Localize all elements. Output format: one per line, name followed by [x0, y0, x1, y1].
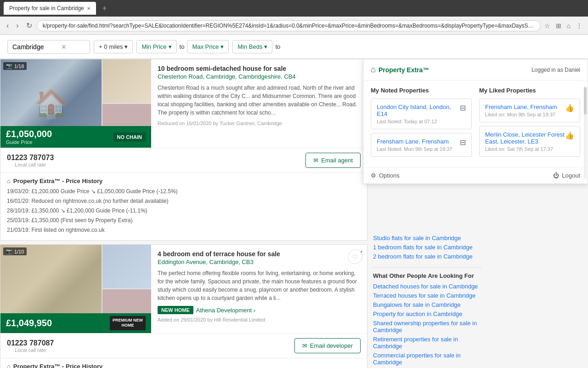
other-link-6[interactable]: Commercial properties for sale in Cambri…	[373, 352, 481, 366]
price-history-heading-1: Property Extra™ - Price History	[13, 178, 102, 184]
other-link-3[interactable]: Property for auction in Cambridge	[373, 310, 481, 317]
email-developer-label-2: Email developer	[310, 342, 353, 349]
right-panel: Studio flats for sale in Cambridge 1 bed…	[368, 229, 487, 368]
house-icon-1: 🏠	[34, 87, 68, 120]
property-extra-icon: ⌂	[371, 65, 376, 75]
options-button[interactable]: ⚙ Options	[371, 172, 400, 179]
noted-name-2[interactable]: Frensham Lane, Frensham	[377, 138, 466, 145]
other-looking-title: What Other People Are Looking For	[373, 272, 481, 279]
liked-column: My Liked Properties 👍 Frensham Lane, Fre…	[479, 87, 580, 161]
clear-location-icon[interactable]: ✕	[61, 43, 67, 51]
extension-icon-2[interactable]: ⌂	[565, 20, 572, 31]
search-bar: Cambridge ✕ + 0 miles ▾ Min Price ▾ to M…	[0, 35, 588, 59]
price-info-1: £1,050,000 Guide Price	[6, 129, 52, 145]
min-beds-chevron-icon: ▾	[264, 43, 267, 50]
liked-name-1[interactable]: Frensham Lane, Frensham	[485, 104, 574, 110]
radius-dropdown[interactable]: + 0 miles ▾	[94, 40, 133, 53]
listing-details-1: 10 bedroom semi-detached house for sale …	[151, 59, 367, 148]
address-bar[interactable]: k/property-for-sale/find.html?searchType…	[37, 20, 541, 31]
price-history-1: ⌂ Property Extra™ - Price History 19/03/…	[0, 172, 367, 240]
price-bar-2: £1,049,950 PREMIUM NEW HOME	[0, 313, 151, 333]
camera-icon-1: 📷	[6, 63, 12, 69]
flats-links-section: Studio flats for sale in Cambridge 1 bed…	[373, 235, 481, 260]
liked-col-title: My Liked Properties	[479, 87, 580, 94]
listing-address-2[interactable]: Eddington Avenue, Cambridge, CB3	[158, 259, 361, 265]
noted-name-1[interactable]: London City Island, London, E14	[377, 104, 466, 117]
max-price-dropdown[interactable]: Max Price ▾	[187, 40, 229, 53]
browser-chrome: Property for sale in Cambridge ✕ +	[0, 0, 588, 17]
listing-image-2[interactable]: 📷 1/10 £1,049,950 PREMIUM NEW HOME	[0, 245, 151, 333]
flat-link-1[interactable]: 1 bedroom flats for sale in Cambridge	[373, 244, 481, 251]
developer-link-2[interactable]: Athena Development ›	[196, 307, 255, 314]
other-link-1[interactable]: Terraced houses for sale in Cambridge	[373, 292, 481, 299]
other-link-2[interactable]: Bungalows for sale in Cambridge	[373, 301, 481, 308]
counter-value-1: 1/18	[14, 63, 24, 69]
popup-body: My Noted Properties ⊟ London City Island…	[363, 80, 588, 167]
listing-title-link-1[interactable]: 10 bedroom semi-detached house for sale	[158, 65, 286, 72]
browser-tab[interactable]: Property for sale in Cambridge ✕	[4, 2, 96, 15]
listing-top-2: ✕ 📷 1/10 £1,049,950 PREMIUM NEW	[0, 245, 367, 333]
listing-card-1: 🏠 📷 1/18 £1,050,000 Guide Price	[0, 59, 368, 241]
location-input[interactable]: Cambridge	[12, 43, 58, 51]
thumbnail-2a	[102, 245, 151, 288]
min-price-chevron-icon: ▾	[169, 43, 172, 50]
logout-button[interactable]: ⏻ Logout	[553, 172, 580, 179]
logout-label: Logout	[562, 172, 580, 179]
listings-panel[interactable]: 🏠 📷 1/18 £1,050,000 Guide Price	[0, 59, 368, 368]
listing-title-1[interactable]: 10 bedroom semi-detached house for sale	[158, 65, 361, 72]
min-beds-dropdown[interactable]: Min Beds ▾	[232, 40, 272, 53]
logout-icon: ⏻	[553, 172, 559, 179]
max-price-label: Max Price	[192, 43, 219, 50]
main-layout: 🏠 📷 1/18 £1,050,000 Guide Price	[0, 59, 588, 368]
noted-property-card-1[interactable]: ⊟ London City Island, London, E14 Last N…	[371, 98, 472, 129]
flat-link-2[interactable]: 2 bedroom flats for sale in Cambridge	[373, 253, 481, 260]
other-link-4[interactable]: Shared ownership properties for sale in …	[373, 320, 481, 334]
new-tab-button[interactable]: +	[100, 3, 109, 13]
bookmark-icon[interactable]: ☆	[543, 20, 552, 31]
menu-icon[interactable]: ⋮	[574, 20, 584, 31]
price-history-title-2: ⌂ Property Extra™ - Price History	[7, 363, 361, 368]
email-icon-1: ✉	[313, 157, 318, 164]
popup-footer: ⚙ Options ⏻ Logout	[363, 167, 588, 184]
liked-name-2[interactable]: Merlin Close, Leicester Forest East, Lei…	[485, 131, 574, 145]
back-button[interactable]: ‹	[4, 20, 11, 32]
to-label-2: to	[275, 43, 280, 50]
noted-property-card-2[interactable]: ⊟ Frensham Lane, Frensham Last Noted: Mo…	[371, 133, 472, 157]
price-filter: Min Price ▾ to Max Price ▾	[136, 40, 229, 53]
listing-image-1[interactable]: 🏠 📷 1/18 £1,050,000 Guide Price	[0, 59, 151, 148]
gear-icon: ⚙	[371, 172, 376, 179]
listing-title-2[interactable]: 4 bedroom end of terrace house for sale	[158, 250, 361, 258]
phone-number-2[interactable]: 01223 787087	[7, 339, 54, 347]
noted-date-1: Last Noted: Today at 07:12	[377, 119, 466, 124]
other-link-5[interactable]: Retirement properties for sale in Cambri…	[373, 336, 481, 350]
reload-button[interactable]: ↻	[23, 19, 35, 32]
min-price-dropdown[interactable]: Min Price ▾	[136, 40, 176, 53]
listing-title-link-2[interactable]: 4 bedroom end of terrace house for sale	[158, 250, 280, 258]
liked-property-card-1[interactable]: 👍 Frensham Lane, Frensham Liked on: Mon …	[479, 98, 580, 122]
popup-brand-name: Property Extra™	[379, 66, 429, 74]
counter-value-2: 1/10	[14, 249, 24, 254]
price-history-2: ⌂ Property Extra™ - Price History 19/03/…	[0, 358, 367, 368]
forward-button[interactable]: ›	[13, 20, 21, 32]
email-developer-button-2[interactable]: ✉ Email developer	[294, 338, 361, 353]
tab-close-btn[interactable]: ✕	[87, 6, 90, 11]
other-link-0[interactable]: Detached houses for sale in Cambridge	[373, 283, 481, 290]
favorite-button-2[interactable]: ♡	[348, 249, 362, 264]
listing-details-2: 4 bedroom end of terrace house for sale …	[151, 245, 367, 333]
listing-card-2: ✕ 📷 1/10 £1,049,950 PREMIUM NEW	[0, 244, 368, 368]
extension-icon-1[interactable]: ⊞	[554, 20, 563, 31]
like-icon-1: 👍	[565, 104, 574, 112]
contact-row-2: 01223 787087 Local call rate ✉ Email dev…	[0, 333, 367, 358]
premium-line2: HOME	[113, 323, 143, 328]
listing-address-1[interactable]: Chesterton Road, Cambridge, Cambridgeshi…	[158, 73, 361, 80]
phone-number-1[interactable]: 01223 787073	[7, 154, 54, 162]
email-agent-button-1[interactable]: ✉ Email agent	[305, 153, 361, 168]
popup-scrollbar[interactable]	[584, 87, 587, 179]
history-item-1-3: 25/03/19: £1,350,000 (First seen by Prop…	[7, 216, 361, 224]
location-field[interactable]: Cambridge ✕	[7, 40, 90, 54]
options-label: Options	[379, 172, 400, 179]
price-bar-1: £1,050,000 Guide Price NO CHAIN	[0, 126, 151, 148]
right-sidebar: ⌂ Property Extra™ Logged in as Daniel My…	[368, 59, 588, 368]
flat-link-0[interactable]: Studio flats for sale in Cambridge	[373, 235, 481, 242]
liked-property-card-2[interactable]: 👍 Merlin Close, Leicester Forest East, L…	[479, 126, 580, 157]
